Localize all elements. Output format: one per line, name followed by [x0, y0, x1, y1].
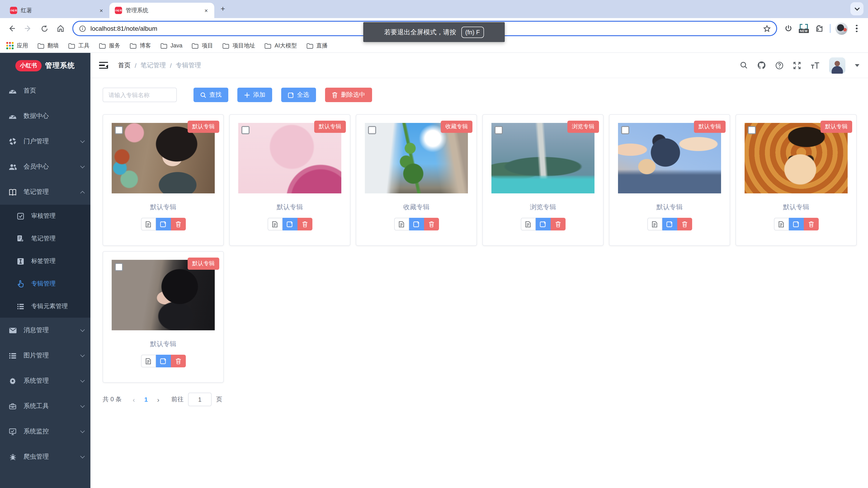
album-cover-image[interactable]: 默认专辑 [112, 260, 215, 330]
album-checkbox[interactable] [368, 126, 376, 134]
sidebar-item-system-mgmt[interactable]: 系统管理 [0, 368, 90, 394]
page-number[interactable]: 1 [140, 396, 152, 403]
album-edit-button[interactable] [535, 218, 550, 230]
album-delete-button[interactable] [550, 218, 565, 230]
tab-search-button[interactable] [850, 2, 864, 15]
album-name-input[interactable] [103, 88, 177, 102]
sidebar-item-data-center[interactable]: 数据中心 [0, 103, 90, 129]
bookmark-star-icon[interactable] [760, 22, 774, 35]
sidebar-item-portal[interactable]: 门户管理 [0, 129, 90, 154]
album-detail-button[interactable] [141, 355, 156, 367]
album-checkbox[interactable] [748, 126, 756, 134]
tab-admin-system[interactable]: 小红书 管理系统 × [110, 3, 214, 18]
sidebar-item-members[interactable]: 会员中心 [0, 154, 90, 180]
reload-icon[interactable] [37, 21, 52, 36]
bookmark-folder[interactable]: 工具 [68, 42, 90, 50]
home-icon[interactable] [53, 21, 68, 36]
album-detail-button[interactable] [647, 218, 662, 230]
forward-icon[interactable] [21, 21, 35, 36]
album-edit-button[interactable] [662, 218, 677, 230]
album-detail-button[interactable] [521, 218, 535, 230]
add-button[interactable]: 添加 [237, 88, 272, 102]
album-edit-button[interactable] [156, 218, 170, 230]
sidebar-item-note-mgmt[interactable]: 笔记管理 [0, 227, 90, 250]
bookmark-folder[interactable]: 项目地址 [223, 42, 255, 50]
breadcrumb-note-mgmt[interactable]: 笔记管理 [141, 61, 166, 69]
album-checkbox[interactable] [241, 126, 250, 134]
extensions-puzzle-icon[interactable] [812, 22, 826, 35]
album-cover-image[interactable]: 默认专辑 [618, 123, 721, 193]
album-edit-button[interactable] [409, 218, 424, 230]
album-delete-button[interactable] [297, 218, 312, 230]
font-size-icon[interactable] [811, 62, 819, 69]
album-edit-button[interactable] [156, 355, 170, 367]
select-all-button[interactable]: 全选 [281, 88, 316, 102]
album-delete-button[interactable] [170, 218, 186, 230]
bookmark-folder[interactable]: Java [160, 42, 182, 49]
breadcrumb-home[interactable]: 首页 [118, 61, 131, 69]
album-delete-button[interactable] [424, 218, 439, 230]
goto-page-input[interactable] [188, 393, 212, 406]
next-page-icon[interactable]: › [152, 396, 164, 403]
sidebar-item-message-mgmt[interactable]: 消息管理 [0, 318, 90, 343]
site-info-icon[interactable] [79, 25, 86, 32]
github-icon[interactable] [757, 61, 766, 70]
power-extension-icon[interactable] [782, 22, 795, 35]
caret-down-icon[interactable] [855, 64, 860, 67]
sidebar-item-review-mgmt[interactable]: 审核管理 [0, 205, 90, 227]
bookmark-folder[interactable]: 直播 [306, 42, 328, 50]
close-tab-icon[interactable]: × [203, 7, 210, 14]
app-logo[interactable]: 小红书 管理系统 [0, 53, 90, 78]
album-detail-button[interactable] [394, 218, 409, 230]
album-cover-image[interactable]: 默认专辑 [238, 123, 341, 193]
sidebar-item-system-monitor[interactable]: 系统监控 [0, 419, 90, 444]
album-edit-button[interactable] [789, 218, 804, 230]
album-cover-image[interactable]: 默认专辑 [112, 123, 215, 193]
sidebar-item-notes[interactable]: 笔记管理 [0, 180, 90, 205]
chevron-down-icon [80, 403, 85, 408]
sidebar-item-tag-mgmt[interactable]: 标签管理 [0, 250, 90, 272]
album-detail-button[interactable] [141, 218, 156, 230]
album-delete-button[interactable] [170, 355, 186, 367]
user-avatar[interactable] [829, 57, 845, 73]
help-icon[interactable] [775, 61, 783, 69]
album-cover-image[interactable]: 收藏专辑 [365, 123, 468, 193]
album-checkbox[interactable] [115, 126, 123, 134]
bookmark-folder[interactable]: 博客 [130, 42, 151, 50]
album-checkbox[interactable] [115, 263, 123, 271]
album-checkbox[interactable] [621, 126, 629, 134]
sidebar-item-system-tools[interactable]: 系统工具 [0, 394, 90, 419]
bookmark-folder[interactable]: AI大模型 [265, 42, 297, 50]
browser-profile-avatar[interactable] [835, 22, 848, 35]
sidebar-item-crawler-mgmt[interactable]: 爬虫管理 [0, 444, 90, 469]
sidebar-item-home[interactable]: 首页 [0, 78, 90, 103]
search-icon[interactable] [740, 61, 748, 69]
collapse-sidebar-icon[interactable] [99, 62, 108, 69]
sidebar-item-image-mgmt[interactable]: 图片管理 [0, 343, 90, 368]
back-icon[interactable] [4, 21, 19, 36]
new-tab-button[interactable]: + [217, 3, 229, 15]
close-tab-icon[interactable]: × [98, 7, 105, 14]
browser-menu-icon[interactable] [850, 22, 864, 35]
album-cover-image[interactable]: 默认专辑 [745, 123, 848, 193]
album-badge: 默认专辑 [188, 258, 219, 270]
screenshot-extension-icon[interactable]: NEW [797, 22, 811, 35]
album-detail-button[interactable] [774, 218, 789, 230]
album-delete-button[interactable] [677, 218, 692, 230]
album-checkbox[interactable] [495, 126, 503, 134]
album-cover-image[interactable]: 浏览专辑 [491, 123, 594, 193]
bookmark-apps[interactable]: 应用 [6, 42, 28, 50]
tab-hongshu[interactable]: 小红书 红薯 × [4, 3, 110, 18]
bookmark-folder[interactable]: 项目 [192, 42, 213, 50]
album-edit-button[interactable] [282, 218, 297, 230]
delete-selected-button[interactable]: 删除选中 [325, 88, 372, 102]
bookmark-folder[interactable]: 翻墙 [37, 42, 59, 50]
find-button[interactable]: 查找 [193, 88, 228, 102]
sidebar-item-album-mgmt[interactable]: 专辑管理 [0, 272, 90, 295]
album-detail-button[interactable] [268, 218, 282, 230]
album-delete-button[interactable] [804, 218, 818, 230]
fullscreen-icon[interactable] [793, 61, 801, 69]
bookmark-folder[interactable]: 服务 [99, 42, 120, 50]
sidebar-item-album-element-mgmt[interactable]: 专辑元素管理 [0, 295, 90, 318]
prev-page-icon[interactable]: ‹ [128, 396, 140, 403]
